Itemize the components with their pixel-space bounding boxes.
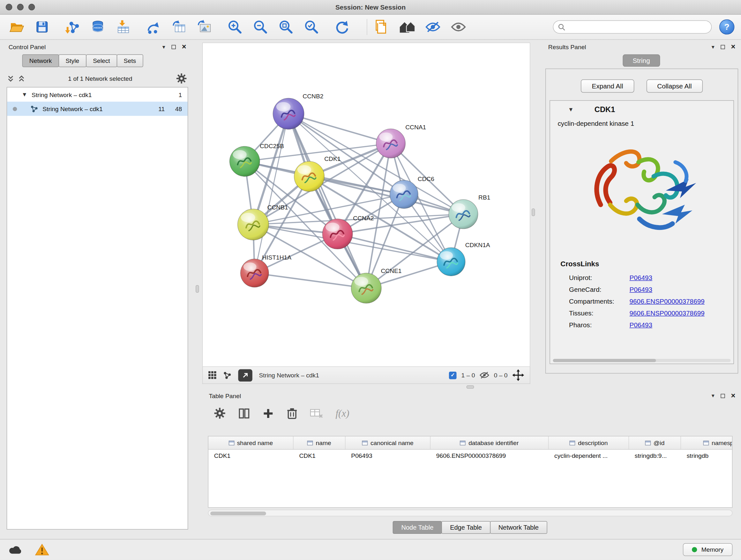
help-button[interactable]: ? [719, 19, 734, 35]
protein-card-cdk1: ▼ CDK1 cyclin-dependent kinase 1 Cros [549, 100, 734, 364]
show-all-button[interactable] [448, 17, 468, 37]
network-edge[interactable] [288, 114, 366, 288]
refresh-button[interactable] [332, 17, 352, 37]
zoom-selected-button[interactable] [301, 17, 321, 37]
tab-edge-table[interactable]: Edge Table [441, 521, 490, 534]
documents-button[interactable] [372, 17, 392, 37]
splitter-handle[interactable] [467, 385, 474, 388]
tab-network[interactable]: Network [22, 54, 59, 67]
zoom-out-button[interactable] [251, 17, 270, 37]
table-row[interactable]: CDK1CDK1P064939606.ENSP00000378699cyclin… [208, 449, 732, 462]
network-node-cdk1[interactable]: CDK1 [294, 155, 341, 192]
collapse-all-button[interactable]: Collapse All [646, 79, 702, 92]
column-header-namespace[interactable]: namespace [681, 436, 732, 449]
column-header-description[interactable]: description [549, 436, 629, 449]
collapse-triangle-icon[interactable]: ▼ [568, 106, 574, 113]
zoom-window-button[interactable] [28, 4, 35, 10]
hide-selected-button[interactable] [423, 17, 443, 37]
column-header-database-identifier[interactable]: database identifier [430, 436, 549, 449]
close-panel-icon[interactable]: × [731, 392, 735, 400]
float-panel-icon[interactable] [721, 45, 725, 49]
search-input[interactable] [569, 23, 706, 30]
panel-menu-icon[interactable]: ▾ [162, 44, 165, 50]
crosslink-link[interactable]: P06493 [630, 321, 652, 328]
collapse-triangle-icon[interactable]: ▼ [22, 91, 27, 98]
scrollbar-thumb[interactable] [210, 511, 266, 515]
network-edge[interactable] [288, 114, 391, 143]
birds-eye-grid-icon[interactable] [208, 371, 216, 379]
import-network-file-button[interactable] [62, 17, 82, 37]
cloud-icon[interactable] [9, 545, 23, 555]
import-network-database-button[interactable] [88, 17, 108, 37]
warning-icon[interactable] [35, 543, 49, 556]
tab-sets[interactable]: Sets [117, 54, 143, 67]
network-edge[interactable] [255, 114, 288, 273]
crosslink-label: Uniprot: [569, 273, 630, 281]
expand-all-icon[interactable] [8, 75, 14, 82]
status-bar: Memory [0, 539, 741, 560]
export-network-button[interactable] [144, 17, 163, 37]
expand-all-button[interactable]: Expand All [581, 79, 634, 92]
home-button[interactable] [397, 17, 417, 37]
network-node-rb1[interactable]: RB1 [449, 194, 490, 229]
network-node-cdc6[interactable]: CDC6 [390, 176, 434, 208]
network-node-ccnb2[interactable]: CCNB2 [273, 93, 323, 129]
network-row[interactable]: String Network – cdk1 11 48 [7, 102, 188, 116]
open-in-window-button[interactable] [238, 369, 252, 381]
crosslink-link[interactable]: 9606.ENSP00000378699 [630, 309, 704, 317]
show-columns-icon[interactable] [238, 408, 250, 419]
import-table-button[interactable] [113, 17, 133, 37]
close-panel-icon[interactable]: × [182, 43, 186, 51]
column-header--id[interactable]: @id [629, 436, 681, 449]
network-node-ccnb1[interactable]: CCNB1 [238, 204, 288, 240]
export-table-button[interactable] [169, 17, 189, 37]
graph-mode-icon[interactable] [223, 371, 232, 380]
node-label: CCNB1 [267, 204, 288, 211]
collapse-all-icon[interactable] [18, 75, 24, 82]
horizontal-scrollbar[interactable] [208, 509, 733, 516]
panel-menu-icon[interactable]: ▾ [712, 44, 715, 50]
tab-network-table[interactable]: Network Table [490, 521, 547, 534]
close-panel-icon[interactable]: × [731, 43, 735, 51]
tab-string[interactable]: String [623, 54, 660, 67]
tab-node-table[interactable]: Node Table [393, 521, 442, 534]
crosslink-link[interactable]: P06493 [630, 286, 652, 293]
selected-checkbox-icon[interactable]: ✓ [449, 371, 457, 379]
network-view[interactable]: CCNB2CCNA1CDC25BCDK1CDC6RB1CCNB1CCNA2CDK… [202, 43, 530, 367]
delete-column-icon[interactable] [286, 407, 298, 420]
export-image-button[interactable] [195, 17, 214, 37]
hidden-eye-slash-icon[interactable] [480, 372, 489, 379]
zoom-fit-button[interactable] [276, 17, 296, 37]
panel-menu-icon[interactable]: ▾ [712, 392, 715, 399]
gear-icon[interactable] [213, 407, 226, 420]
network-node-ccna1[interactable]: CCNA1 [376, 124, 426, 158]
tab-style[interactable]: Style [58, 54, 86, 67]
float-panel-icon[interactable] [172, 45, 176, 49]
column-header-canonical-name[interactable]: canonical name [346, 436, 431, 449]
network-node-hist1h1a[interactable]: HIST1H1A [240, 254, 291, 287]
close-window-button[interactable] [6, 4, 12, 10]
network-collection-row[interactable]: ▼ String Network – cdk1 1 [7, 87, 188, 102]
results-scrollbar[interactable] [553, 359, 731, 362]
save-session-button[interactable] [32, 17, 52, 37]
crosslink-link[interactable]: 9606.ENSP00000378699 [630, 297, 704, 305]
column-header-shared-name[interactable]: shared name [208, 436, 293, 449]
gear-icon[interactable] [176, 73, 187, 84]
network-graph[interactable]: CCNB2CCNA1CDC25BCDK1CDC6RB1CCNB1CCNA2CDK… [203, 43, 530, 367]
open-file-button[interactable] [7, 17, 26, 37]
float-panel-icon[interactable] [721, 394, 725, 398]
add-column-icon[interactable] [262, 408, 274, 419]
zoom-in-button[interactable] [225, 17, 245, 37]
pan-crosshair-icon[interactable] [512, 369, 524, 381]
memory-button[interactable]: Memory [683, 543, 732, 556]
tab-select[interactable]: Select [86, 54, 117, 67]
crosslink-link[interactable]: P06493 [630, 273, 652, 281]
network-edge[interactable] [255, 273, 366, 288]
function-builder-button[interactable]: f(x) [335, 408, 349, 419]
minimize-window-button[interactable] [17, 4, 23, 10]
splitter-handle[interactable] [196, 285, 199, 293]
delete-table-icon-disabled[interactable] [310, 408, 323, 419]
splitter-handle[interactable] [532, 208, 535, 216]
column-header-name[interactable]: name [293, 436, 346, 449]
network-node-cdkn1a[interactable]: CDKN1A [437, 242, 490, 276]
